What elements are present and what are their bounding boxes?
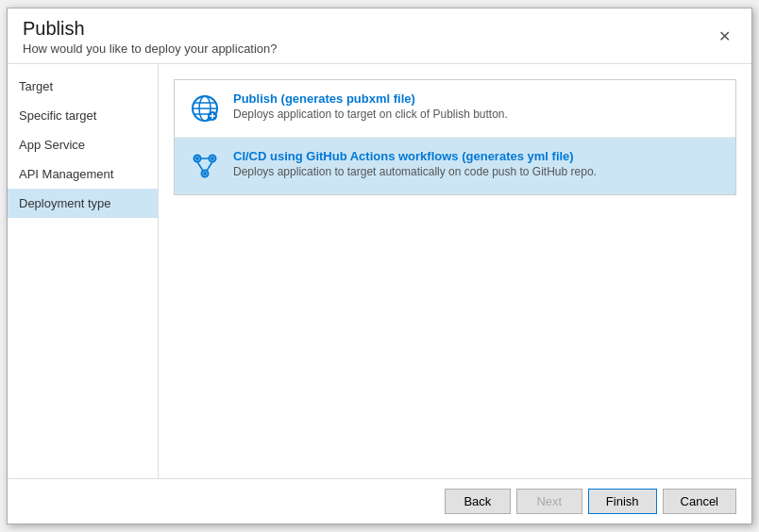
svg-line-13 xyxy=(197,162,203,172)
publish-dialog: Publish How would you like to deploy you… xyxy=(7,8,752,524)
sidebar-item-api-management[interactable]: API Management xyxy=(8,159,158,189)
dialog-subtitle: How would you like to deploy your applic… xyxy=(23,42,278,56)
sidebar-item-deployment-type[interactable]: Deployment type xyxy=(8,189,158,218)
dialog-footer: Back Next Finish Cancel xyxy=(8,478,751,524)
sidebar-item-specific-target[interactable]: Specific target xyxy=(8,101,158,130)
cancel-button[interactable]: Cancel xyxy=(663,489,736,514)
next-button[interactable]: Next xyxy=(516,489,582,514)
title-bar: Publish How would you like to deploy you… xyxy=(8,8,751,59)
option-cicd-text: CI/CD using GitHub Actions workflows (ge… xyxy=(233,149,722,178)
close-button[interactable]: ✕ xyxy=(713,27,736,46)
option-publish-desc: Deploys application to target on click o… xyxy=(233,108,722,121)
title-bar-left: Publish How would you like to deploy you… xyxy=(23,18,278,56)
sidebar-item-app-service[interactable]: App Service xyxy=(8,130,158,159)
dialog-title: Publish xyxy=(23,18,278,40)
back-button[interactable]: Back xyxy=(445,489,511,514)
dialog-body: Target Specific target App Service API M… xyxy=(8,64,751,478)
option-publish-title: Publish (generates pubxml file) xyxy=(233,91,722,106)
option-list: Publish (generates pubxml file) Deploys … xyxy=(174,79,736,195)
svg-point-16 xyxy=(203,172,207,175)
option-publish[interactable]: Publish (generates pubxml file) Deploys … xyxy=(175,80,735,138)
sidebar-item-target[interactable]: Target xyxy=(8,72,158,101)
main-content: Publish (generates pubxml file) Deploys … xyxy=(159,64,751,478)
option-cicd[interactable]: CI/CD using GitHub Actions workflows (ge… xyxy=(175,138,735,194)
globe-publish-icon xyxy=(188,91,222,125)
svg-line-12 xyxy=(207,162,212,172)
cicd-github-icon xyxy=(188,149,222,183)
option-cicd-desc: Deploys application to target automatica… xyxy=(233,165,722,178)
finish-button[interactable]: Finish xyxy=(588,489,657,514)
option-publish-text: Publish (generates pubxml file) Deploys … xyxy=(233,91,722,121)
svg-point-14 xyxy=(195,157,199,160)
svg-point-15 xyxy=(211,157,214,160)
sidebar: Target Specific target App Service API M… xyxy=(8,64,159,478)
option-cicd-title: CI/CD using GitHub Actions workflows (ge… xyxy=(233,149,722,163)
